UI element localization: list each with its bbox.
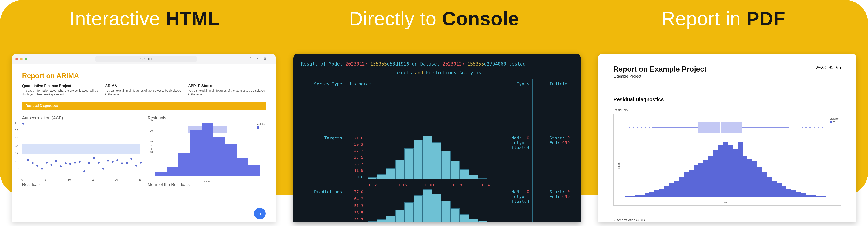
th-types: Types	[496, 79, 533, 133]
p-dtype-v: float64	[512, 199, 529, 204]
tabs-icon[interactable]: ⧉	[264, 57, 268, 61]
th-indices: Indicies	[533, 79, 573, 133]
section-bar: Residual Diagnostics	[22, 102, 266, 110]
sub-left-title: Residuals	[22, 182, 140, 187]
acf-confidence-band	[22, 144, 140, 154]
t-start-k: Start:	[550, 136, 567, 140]
pdf-bars	[625, 142, 826, 197]
pdf-section: Residual Diagnostics	[613, 97, 841, 103]
pdf-legend-series: 0	[833, 120, 835, 123]
nav-back-icon[interactable]: ‹	[42, 57, 45, 62]
code-fab-button[interactable]: ‹›	[254, 208, 266, 219]
p-end-k: End:	[550, 194, 562, 199]
p-dtype-k: dtype:	[514, 194, 529, 199]
pdf-head: Report on Example Project Example Projec…	[613, 65, 841, 78]
chart-resid-title: Residuals	[148, 115, 265, 120]
pdf-legend: variable 0	[830, 117, 839, 123]
url-text: 127.0.0.1	[140, 57, 152, 61]
new-tab-icon[interactable]: +	[256, 57, 261, 61]
col-dataset-p: You can explain main features of the dat…	[188, 89, 266, 96]
pdf-ylab: count	[617, 162, 620, 169]
targets-hist-plot: 71.059.247.335.523.711.80.0 -0.32-0.160.…	[348, 136, 493, 187]
heading-console-a: Directly to	[349, 8, 442, 29]
heading-pdf-b: PDF	[746, 8, 785, 29]
t-nans-v: 0	[527, 136, 529, 140]
col-project-p: The extra information about what the pro…	[22, 89, 99, 96]
col-project: Quantitative Finance Project The extra i…	[22, 84, 99, 96]
window-close-dot[interactable]	[16, 58, 18, 60]
t-nans-k: NaNs:	[512, 136, 527, 140]
p-nans-v: 0	[527, 189, 529, 194]
heading-html-b: HTML	[166, 8, 220, 29]
chart-acf-frame[interactable]: 10.80.60.40.20-0.20510152025	[22, 123, 140, 177]
chart-acf-card: Autocorrelation (ACF) 10.80.60.40.20-0.2…	[22, 115, 140, 177]
browser-bar: ‹ › 127.0.0.1 ⇪ + ⧉	[11, 53, 276, 64]
console-title: Targets and Predictions Analysis	[301, 70, 573, 75]
p-nans-k: NaNs:	[512, 189, 527, 194]
cell-targets-hist: 71.059.247.335.523.711.80.0 -0.32-0.160.…	[345, 133, 496, 187]
pdf-legend-swatch	[830, 121, 832, 123]
nav-fwd-icon[interactable]: ›	[47, 57, 51, 62]
pdf-next-section: Autocorrelation (ACF)	[613, 218, 645, 222]
targets-hist-y: 71.059.247.335.523.711.80.0	[348, 136, 363, 179]
chart-resid-plot: count value 0510152025	[148, 123, 265, 177]
html-report-body: Report on ARIMA Quantitative Finance Pro…	[11, 64, 276, 189]
t-end-v: 999	[562, 140, 570, 145]
pdf-subtitle: Example Project	[613, 74, 707, 78]
pred-hist-bars	[365, 189, 490, 222]
col-model-h: ARIMA	[105, 84, 183, 88]
cell-targets-label: Targets	[301, 133, 345, 187]
on-word: on	[409, 61, 420, 67]
pred-hist-y: 77.064.251.338.525.7	[348, 189, 363, 222]
t-dtype-v: float64	[512, 145, 529, 150]
console-result-line: Result of Model:20230127-155355d53d1916 …	[301, 61, 573, 67]
cell-pred-label: Predictions	[301, 187, 345, 222]
console-thead: Series Type Histogram Types Indicies	[301, 79, 573, 133]
resid-bars	[155, 123, 259, 177]
sidebar-toggle-icon[interactable]	[35, 57, 40, 62]
th-series: Series Type	[301, 79, 345, 133]
cell-targets-types: NaNs: 0 dtype: float64	[496, 133, 533, 187]
model-id-b: -155355	[368, 61, 387, 67]
row-targets: Targets 71.059.247.335.523.711.80.0 -0.3…	[301, 133, 573, 187]
window-max-dot[interactable]	[25, 58, 27, 60]
dataset-prefix: Dataset:	[420, 61, 442, 67]
url-bar[interactable]: 127.0.0.1	[95, 56, 197, 62]
model-id-a: 20230127	[345, 61, 368, 67]
console-title-and: and	[415, 70, 423, 75]
cell-pred-types: NaNs: 0 dtype: float64	[496, 187, 533, 222]
panel-pdf: Report on Example Project Example Projec…	[598, 53, 857, 222]
pdf-boxplot	[625, 118, 826, 137]
pdf-title: Report on Example Project	[613, 65, 707, 73]
row-predictions: Predictions 77.064.251.338.525.7 NaNs: 0…	[301, 187, 573, 222]
pdf-xlab: value	[614, 201, 841, 204]
pdf-date: 2023-05-05	[816, 65, 841, 70]
heading-html-a: Interactive	[70, 8, 166, 29]
dataset-id-b: -155355	[465, 61, 484, 67]
pdf-rule	[613, 83, 841, 83]
p-start-v: 0	[567, 189, 570, 194]
cell-pred-hist: 77.064.251.338.525.7	[345, 187, 496, 222]
resid-ylab: count	[150, 145, 153, 151]
chart-acf-plot: 10.80.60.40.20-0.20510152025	[22, 123, 140, 177]
cell-targets-ind: Start: 0 End: 999	[533, 133, 573, 187]
result-prefix: Result of Model:	[301, 61, 345, 67]
pdf-hist[interactable]: variable 0 count value	[613, 114, 841, 205]
chart-resid-frame[interactable]: variable 0 count value 0510152025	[148, 123, 265, 177]
dataset-id-c: d2794060	[484, 61, 506, 67]
tested-word: tested	[506, 61, 526, 67]
chart-acf-title: Autocorrelation (ACF)	[22, 115, 140, 120]
chart-resid-card: Residuals variable 0 count	[148, 115, 265, 177]
panel-html: ‹ › 127.0.0.1 ⇪ + ⧉ Report on ARIMA Quan…	[11, 53, 276, 222]
report-title: Report on ARIMA	[22, 72, 266, 80]
heading-console-b: Console	[442, 8, 519, 29]
pdf-legend-label: variable	[830, 117, 839, 120]
t-end-k: End:	[550, 140, 562, 145]
p-end-v: 999	[562, 194, 570, 199]
col-dataset-h: APPLE Stocks	[188, 84, 266, 88]
panels-row: ‹ › 127.0.0.1 ⇪ + ⧉ Report on ARIMA Quan…	[11, 53, 857, 226]
window-min-dot[interactable]	[20, 58, 23, 60]
console-title-a: Targets	[393, 70, 415, 75]
share-icon[interactable]: ⇪	[249, 57, 253, 61]
col-model: ARIMA You can explain main features of t…	[105, 84, 183, 96]
